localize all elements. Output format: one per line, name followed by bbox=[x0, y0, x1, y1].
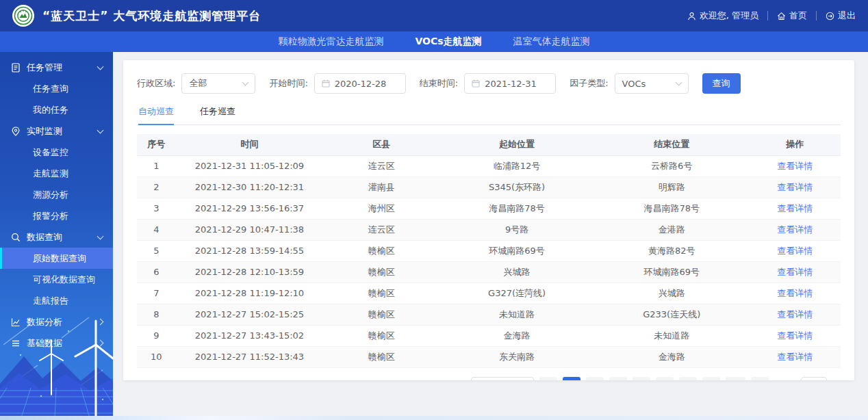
cell-start: 环城南路69号 bbox=[439, 240, 594, 261]
prev-page-button[interactable]: ‹ bbox=[539, 377, 557, 381]
sidebar-item-我的任务[interactable]: 我的任务 bbox=[0, 99, 113, 120]
end-date-input[interactable]: 2021-12-31 bbox=[464, 73, 556, 94]
view-details-link[interactable]: 查看详情 bbox=[777, 352, 813, 362]
cell-no: 5 bbox=[137, 240, 176, 261]
sidebar-item-走航报告[interactable]: 走航报告 bbox=[0, 290, 113, 311]
welcome-user[interactable]: 欢迎您, 管理员 bbox=[687, 10, 758, 22]
module-tab[interactable]: 温室气体走航监测 bbox=[513, 36, 590, 48]
page-size-select[interactable]: 10条/页 bbox=[471, 377, 534, 381]
cell-district: 赣榆区 bbox=[323, 346, 439, 367]
cell-start: 未知道路 bbox=[439, 304, 594, 325]
table-row: 82021-12-27 15:02-15:25赣榆区未知道路G233(连天线)查… bbox=[137, 304, 841, 325]
view-details-link[interactable]: 查看详情 bbox=[777, 330, 813, 341]
cell-district: 赣榆区 bbox=[323, 325, 439, 346]
module-tab[interactable]: 颗粒物激光雷达走航监测 bbox=[278, 36, 383, 48]
sidebar-item-任务查询[interactable]: 任务查询 bbox=[0, 78, 113, 99]
next-page-button[interactable]: › bbox=[751, 377, 769, 381]
cell-action: 查看详情 bbox=[749, 155, 841, 176]
sidebar-menu: 任务管理任务查询我的任务实时监测设备监控走航监测溯源分析报警分析数据查询原始数据… bbox=[0, 52, 113, 354]
sidebar-item-原始数据查询[interactable]: 原始数据查询 bbox=[0, 248, 113, 269]
sidebar-item-报警分析[interactable]: 报警分析 bbox=[0, 205, 113, 226]
factor-select[interactable]: VOCs bbox=[615, 73, 689, 94]
column-header: 区县 bbox=[323, 134, 439, 155]
cell-time: 2021-12-31 11:05-12:09 bbox=[176, 155, 324, 176]
view-details-link[interactable]: 查看详情 bbox=[777, 267, 813, 277]
list-icon bbox=[10, 338, 21, 348]
view-details-link[interactable]: 查看详情 bbox=[777, 309, 813, 319]
region-label: 行政区域: bbox=[137, 77, 175, 90]
sidebar-group-任务管理[interactable]: 任务管理 bbox=[0, 57, 113, 78]
cell-action: 查看详情 bbox=[749, 346, 841, 367]
cell-district: 连云区 bbox=[323, 155, 439, 176]
table-row: 62021-12-28 12:10-13:59赣榆区兴城路环城南路69号查看详情 bbox=[137, 261, 841, 283]
cell-time: 2021-12-30 11:20-12:31 bbox=[176, 176, 324, 198]
page-button-3[interactable]: 3 bbox=[609, 377, 627, 381]
header-actions: 欢迎您, 管理员 首页 退出 bbox=[687, 10, 856, 22]
view-details-link[interactable]: 查看详情 bbox=[777, 246, 813, 256]
sidebar-group-基础数据[interactable]: 基础数据 bbox=[0, 332, 113, 354]
pagination: 共 559 条 10条/页 ‹ 123456...56 › 前往 页 bbox=[137, 377, 841, 381]
cell-no: 2 bbox=[137, 176, 176, 198]
table-row: 52021-12-28 13:59-14:55赣榆区环城南路69号黄海路82号查… bbox=[137, 240, 841, 261]
goto-label: 前往 bbox=[778, 380, 796, 381]
cell-action: 查看详情 bbox=[749, 325, 841, 346]
table-row: 22021-12-30 11:20-12:31灌南县S345(东环路)明辉路查看… bbox=[137, 176, 841, 198]
cell-district: 赣榆区 bbox=[323, 283, 439, 304]
start-date-input[interactable]: 2020-12-28 bbox=[314, 73, 406, 94]
column-header: 起始位置 bbox=[439, 134, 594, 155]
sidebar-item-走航监测[interactable]: 走航监测 bbox=[0, 163, 113, 184]
patrol-tabs: 自动巡查 任务巡查 bbox=[137, 105, 841, 125]
tab-auto-patrol[interactable]: 自动巡查 bbox=[138, 105, 174, 125]
home-icon bbox=[777, 12, 786, 21]
page-button-4[interactable]: 4 bbox=[633, 377, 650, 381]
view-details-link[interactable]: 查看详情 bbox=[777, 203, 813, 213]
cell-end: 黄海路82号 bbox=[594, 240, 749, 261]
cell-action: 查看详情 bbox=[749, 219, 841, 240]
cell-end: 环城南路69号 bbox=[594, 261, 749, 283]
column-header: 结束位置 bbox=[594, 134, 749, 155]
sidebar-group-实时监测[interactable]: 实时监测 bbox=[0, 120, 113, 142]
view-details-link[interactable]: 查看详情 bbox=[777, 288, 813, 298]
page-button-6[interactable]: 6 bbox=[679, 377, 697, 381]
chart-icon bbox=[10, 317, 21, 327]
logout-link[interactable]: 退出 bbox=[826, 10, 856, 22]
sidebar-item-可视化数据查询[interactable]: 可视化数据查询 bbox=[0, 269, 113, 290]
sidebar-group-数据分析[interactable]: 数据分析 bbox=[0, 311, 113, 332]
cell-time: 2021-12-28 11:19-12:10 bbox=[176, 283, 324, 304]
cell-end: 明辉路 bbox=[594, 176, 749, 198]
page-size-value: 10条/页 bbox=[477, 380, 507, 380]
sidebar-item-溯源分析[interactable]: 溯源分析 bbox=[0, 184, 113, 205]
sidebar-group-label: 数据分析 bbox=[27, 316, 62, 328]
logout-label: 退出 bbox=[838, 10, 856, 22]
module-tab[interactable]: VOCs走航监测 bbox=[415, 36, 481, 48]
page-button-5[interactable]: 5 bbox=[656, 377, 674, 381]
sidebar-item-设备监控[interactable]: 设备监控 bbox=[0, 142, 113, 163]
goto-page-input[interactable] bbox=[801, 377, 827, 381]
query-button[interactable]: 查询 bbox=[702, 73, 741, 94]
cell-start: 海昌南路78号 bbox=[439, 198, 594, 219]
cell-start: G327(连菏线) bbox=[439, 283, 594, 304]
cell-time: 2021-12-29 10:47-11:38 bbox=[176, 219, 324, 240]
page-ellipsis[interactable]: ... bbox=[702, 377, 720, 381]
page-button-2[interactable]: 2 bbox=[586, 377, 604, 381]
cell-end: G233(连天线) bbox=[594, 304, 749, 325]
results-table: 序号时间区县起始位置结束位置操作 12021-12-31 11:05-12:09… bbox=[137, 134, 841, 368]
bottom-scrollbar-strip[interactable] bbox=[0, 416, 868, 420]
emblem-icon bbox=[14, 6, 33, 25]
home-link[interactable]: 首页 bbox=[777, 10, 807, 22]
cell-district: 赣榆区 bbox=[323, 261, 439, 283]
page-button-56[interactable]: 56 bbox=[726, 377, 745, 381]
table-row: 72021-12-28 11:19-12:10赣榆区G327(连菏线)兴城路查看… bbox=[137, 283, 841, 304]
table-header-row: 序号时间区县起始位置结束位置操作 bbox=[137, 134, 841, 155]
page-button-1[interactable]: 1 bbox=[563, 377, 580, 381]
start-date-value: 2020-12-28 bbox=[335, 79, 387, 89]
region-select[interactable]: 全部 bbox=[181, 73, 255, 94]
view-details-link[interactable]: 查看详情 bbox=[777, 182, 813, 192]
sidebar-group-数据查询[interactable]: 数据查询 bbox=[0, 226, 113, 248]
table-row: 32021-12-29 13:56-16:37海州区海昌南路78号海昌南路78号… bbox=[137, 198, 841, 219]
view-details-link[interactable]: 查看详情 bbox=[777, 161, 813, 171]
sidebar-group-label: 数据查询 bbox=[27, 231, 62, 244]
view-details-link[interactable]: 查看详情 bbox=[777, 224, 813, 235]
logout-icon bbox=[826, 12, 834, 21]
tab-task-patrol[interactable]: 任务巡查 bbox=[200, 105, 235, 124]
